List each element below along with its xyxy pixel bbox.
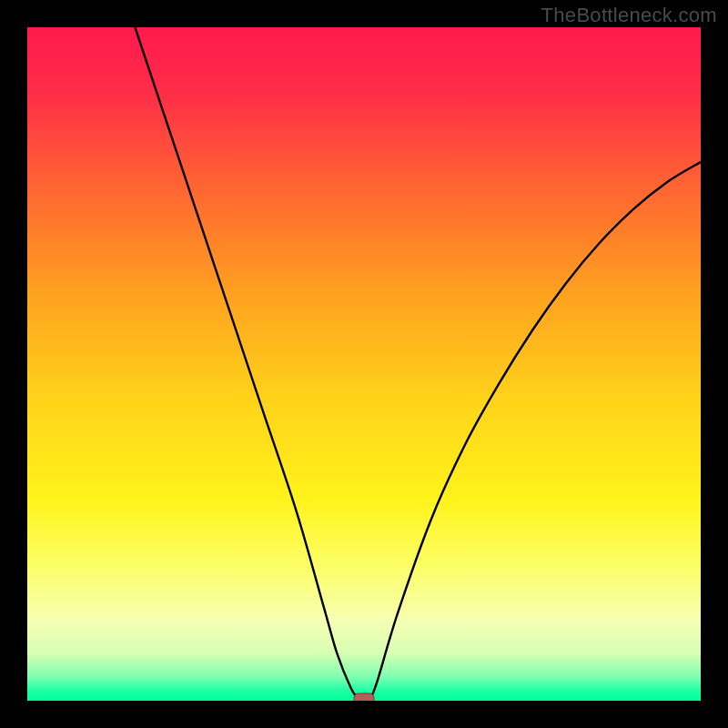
outer-frame: TheBottleneck.com: [0, 0, 728, 728]
watermark-text: TheBottleneck.com: [541, 4, 717, 27]
plot-area: [27, 27, 701, 701]
gradient-background: [27, 27, 701, 701]
optimal-marker: [354, 693, 374, 701]
chart-svg: [27, 27, 701, 701]
